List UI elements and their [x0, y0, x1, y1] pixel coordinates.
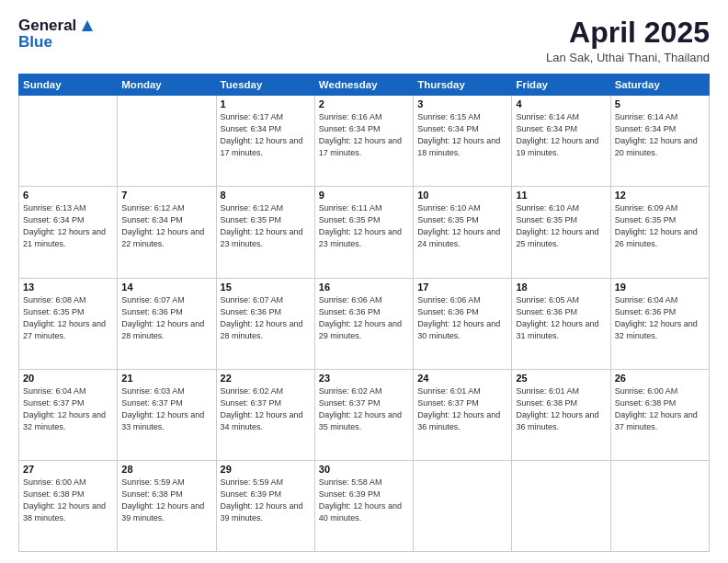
- day-info: Sunrise: 6:13 AM Sunset: 6:34 PM Dayligh…: [23, 202, 113, 250]
- day-info: Sunrise: 6:10 AM Sunset: 6:35 PM Dayligh…: [417, 202, 507, 250]
- day-info: Sunrise: 6:11 AM Sunset: 6:35 PM Dayligh…: [319, 202, 409, 250]
- col-friday: Friday: [512, 75, 610, 96]
- calendar-cell: 14Sunrise: 6:07 AM Sunset: 6:36 PM Dayli…: [118, 278, 216, 369]
- calendar-cell: 1Sunrise: 6:17 AM Sunset: 6:34 PM Daylig…: [216, 96, 314, 187]
- calendar-cell: 10Sunrise: 6:10 AM Sunset: 6:35 PM Dayli…: [414, 187, 512, 278]
- calendar-cell: 28Sunrise: 5:59 AM Sunset: 6:38 PM Dayli…: [118, 460, 216, 551]
- day-info: Sunrise: 6:17 AM Sunset: 6:34 PM Dayligh…: [221, 111, 311, 159]
- calendar-week-5: 27Sunrise: 6:00 AM Sunset: 6:38 PM Dayli…: [19, 460, 710, 551]
- calendar-cell: 21Sunrise: 6:03 AM Sunset: 6:37 PM Dayli…: [118, 369, 216, 460]
- day-number: 12: [615, 190, 705, 201]
- logo-icon: [78, 17, 97, 35]
- col-monday: Monday: [118, 75, 216, 96]
- day-info: Sunrise: 6:12 AM Sunset: 6:35 PM Dayligh…: [221, 202, 311, 250]
- day-info: Sunrise: 6:02 AM Sunset: 6:37 PM Dayligh…: [221, 385, 311, 433]
- day-info: Sunrise: 5:59 AM Sunset: 6:39 PM Dayligh…: [221, 477, 311, 524]
- day-number: 3: [417, 98, 507, 109]
- calendar-cell: 3Sunrise: 6:15 AM Sunset: 6:34 PM Daylig…: [414, 96, 512, 187]
- calendar-cell: 16Sunrise: 6:06 AM Sunset: 6:36 PM Dayli…: [314, 278, 413, 369]
- day-info: Sunrise: 6:08 AM Sunset: 6:35 PM Dayligh…: [23, 294, 113, 342]
- calendar-cell: 13Sunrise: 6:08 AM Sunset: 6:35 PM Dayli…: [19, 278, 118, 369]
- day-number: 4: [516, 98, 606, 109]
- title-block: April 2025 Lan Sak, Uthai Thani, Thailan…: [546, 17, 710, 64]
- logo-text: General Blue: [18, 17, 97, 52]
- day-number: 9: [319, 190, 409, 201]
- calendar-cell: 5Sunrise: 6:14 AM Sunset: 6:34 PM Daylig…: [610, 96, 709, 187]
- calendar-cell: 8Sunrise: 6:12 AM Sunset: 6:35 PM Daylig…: [216, 187, 314, 278]
- day-number: 25: [516, 373, 606, 384]
- calendar-cell: 18Sunrise: 6:05 AM Sunset: 6:36 PM Dayli…: [512, 278, 610, 369]
- day-number: 18: [516, 282, 606, 293]
- calendar-cell: 20Sunrise: 6:04 AM Sunset: 6:37 PM Dayli…: [19, 369, 118, 460]
- day-info: Sunrise: 6:07 AM Sunset: 6:36 PM Dayligh…: [121, 294, 211, 342]
- day-number: 10: [417, 190, 507, 201]
- day-info: Sunrise: 5:58 AM Sunset: 6:39 PM Dayligh…: [319, 477, 409, 524]
- day-info: Sunrise: 6:01 AM Sunset: 6:37 PM Dayligh…: [417, 385, 507, 433]
- calendar-cell: [414, 460, 512, 551]
- calendar-cell: 27Sunrise: 6:00 AM Sunset: 6:38 PM Dayli…: [19, 460, 118, 551]
- day-number: 19: [615, 282, 705, 293]
- calendar-cell: 11Sunrise: 6:10 AM Sunset: 6:35 PM Dayli…: [512, 187, 610, 278]
- day-info: Sunrise: 6:09 AM Sunset: 6:35 PM Dayligh…: [615, 202, 705, 250]
- day-info: Sunrise: 6:03 AM Sunset: 6:37 PM Dayligh…: [121, 385, 211, 433]
- col-thursday: Thursday: [414, 75, 512, 96]
- day-info: Sunrise: 6:14 AM Sunset: 6:34 PM Dayligh…: [615, 111, 705, 159]
- col-tuesday: Tuesday: [216, 75, 314, 96]
- col-sunday: Sunday: [19, 75, 118, 96]
- day-info: Sunrise: 6:01 AM Sunset: 6:38 PM Dayligh…: [516, 385, 606, 433]
- calendar-cell: 25Sunrise: 6:01 AM Sunset: 6:38 PM Dayli…: [512, 369, 610, 460]
- calendar-cell: [610, 460, 709, 551]
- calendar-week-2: 6Sunrise: 6:13 AM Sunset: 6:34 PM Daylig…: [19, 187, 710, 278]
- day-number: 26: [615, 373, 705, 384]
- calendar-cell: 22Sunrise: 6:02 AM Sunset: 6:37 PM Dayli…: [216, 369, 314, 460]
- day-number: 22: [221, 373, 311, 384]
- day-number: 2: [319, 98, 409, 109]
- calendar-week-1: 1Sunrise: 6:17 AM Sunset: 6:34 PM Daylig…: [19, 96, 710, 187]
- day-info: Sunrise: 6:15 AM Sunset: 6:34 PM Dayligh…: [417, 111, 507, 159]
- day-number: 28: [121, 464, 211, 475]
- calendar-cell: 9Sunrise: 6:11 AM Sunset: 6:35 PM Daylig…: [314, 187, 413, 278]
- day-number: 6: [23, 190, 113, 201]
- calendar-cell: 17Sunrise: 6:06 AM Sunset: 6:36 PM Dayli…: [414, 278, 512, 369]
- day-number: 17: [417, 282, 507, 293]
- page: General Blue April 2025 Lan Sak, Uthai T…: [0, 0, 728, 563]
- day-info: Sunrise: 6:14 AM Sunset: 6:34 PM Dayligh…: [516, 111, 606, 159]
- day-number: 1: [221, 98, 311, 109]
- calendar-cell: 26Sunrise: 6:00 AM Sunset: 6:38 PM Dayli…: [610, 369, 709, 460]
- day-info: Sunrise: 6:05 AM Sunset: 6:36 PM Dayligh…: [516, 294, 606, 342]
- logo-general: General: [18, 17, 76, 35]
- calendar-cell: 24Sunrise: 6:01 AM Sunset: 6:37 PM Dayli…: [414, 369, 512, 460]
- day-number: 7: [121, 190, 211, 201]
- location: Lan Sak, Uthai Thani, Thailand: [546, 51, 710, 64]
- day-number: 20: [23, 373, 113, 384]
- calendar-cell: 19Sunrise: 6:04 AM Sunset: 6:36 PM Dayli…: [610, 278, 709, 369]
- day-number: 23: [319, 373, 409, 384]
- day-info: Sunrise: 6:00 AM Sunset: 6:38 PM Dayligh…: [615, 385, 705, 433]
- calendar-cell: 6Sunrise: 6:13 AM Sunset: 6:34 PM Daylig…: [19, 187, 118, 278]
- day-info: Sunrise: 6:16 AM Sunset: 6:34 PM Dayligh…: [319, 111, 409, 159]
- day-info: Sunrise: 6:06 AM Sunset: 6:36 PM Dayligh…: [417, 294, 507, 342]
- calendar-week-4: 20Sunrise: 6:04 AM Sunset: 6:37 PM Dayli…: [19, 369, 710, 460]
- day-info: Sunrise: 6:10 AM Sunset: 6:35 PM Dayligh…: [516, 202, 606, 250]
- calendar-week-3: 13Sunrise: 6:08 AM Sunset: 6:35 PM Dayli…: [19, 278, 710, 369]
- month-title: April 2025: [546, 17, 710, 49]
- calendar-cell: 2Sunrise: 6:16 AM Sunset: 6:34 PM Daylig…: [314, 96, 413, 187]
- header: General Blue April 2025 Lan Sak, Uthai T…: [18, 17, 710, 64]
- col-saturday: Saturday: [610, 75, 709, 96]
- calendar-cell: [512, 460, 610, 551]
- col-wednesday: Wednesday: [314, 75, 413, 96]
- day-number: 13: [23, 282, 113, 293]
- calendar-header-row: Sunday Monday Tuesday Wednesday Thursday…: [19, 75, 710, 96]
- day-info: Sunrise: 6:04 AM Sunset: 6:37 PM Dayligh…: [23, 385, 113, 433]
- day-number: 21: [121, 373, 211, 384]
- calendar-cell: [19, 96, 118, 187]
- calendar-cell: 29Sunrise: 5:59 AM Sunset: 6:39 PM Dayli…: [216, 460, 314, 551]
- logo: General Blue: [18, 17, 97, 52]
- day-info: Sunrise: 6:02 AM Sunset: 6:37 PM Dayligh…: [319, 385, 409, 433]
- calendar-cell: 15Sunrise: 6:07 AM Sunset: 6:36 PM Dayli…: [216, 278, 314, 369]
- day-info: Sunrise: 6:04 AM Sunset: 6:36 PM Dayligh…: [615, 294, 705, 342]
- day-number: 24: [417, 373, 507, 384]
- day-number: 14: [121, 282, 211, 293]
- calendar-table: Sunday Monday Tuesday Wednesday Thursday…: [18, 74, 710, 552]
- svg-marker-0: [82, 20, 93, 31]
